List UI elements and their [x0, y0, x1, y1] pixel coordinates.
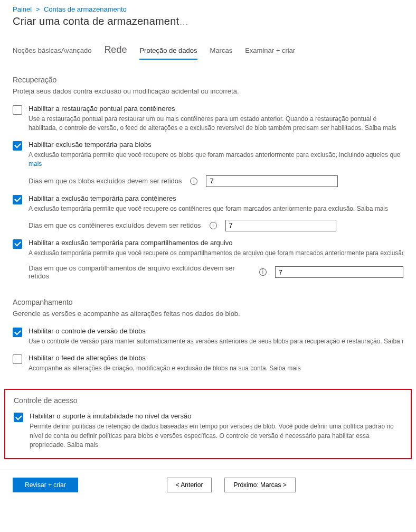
blob-days-input[interactable] — [206, 175, 338, 187]
fileshare-days-input[interactable] — [275, 266, 403, 278]
option-soft-delete-container: Habilitar a exclusão temporária para con… — [13, 194, 403, 231]
option-soft-delete-fileshare-hint: A exclusão temporária permite que você r… — [29, 249, 403, 258]
option-immutability-hint: Permite definir políticas de retenção de… — [30, 422, 402, 450]
page-title-text: Criar uma conta de armazenament — [13, 15, 179, 27]
container-days-label: Dias em que os contêineres excluídos dev… — [29, 221, 201, 229]
access-control-highlight-box: Controle de acesso Habilitar o suporte à… — [4, 389, 412, 459]
tab-tags[interactable]: Marcas — [210, 46, 233, 59]
option-pitr: Habilitar a restauração pontual para con… — [13, 105, 403, 133]
option-soft-delete-fileshare-label: Habilitar a exclusão temporária para com… — [29, 239, 403, 247]
learn-more-link[interactable]: mais — [29, 160, 42, 167]
tab-data-protection[interactable]: Proteção de dados — [139, 46, 197, 60]
checkbox-changefeed[interactable] — [13, 354, 22, 364]
option-pitr-hint: Use a restauração pontual para restaurar… — [29, 115, 403, 133]
content-pane: Recuperação Proteja seus dados contra ex… — [0, 60, 416, 381]
tab-basics[interactable]: Noções básicas — [13, 46, 61, 59]
tabs: Noções básicas Avançado Rede Proteção de… — [0, 34, 416, 60]
previous-button[interactable]: < Anterior — [167, 478, 212, 492]
option-soft-delete-blob: Habilitar exclusão temporária para blobs… — [13, 141, 403, 187]
section-heading-recovery: Recuperação — [13, 76, 403, 84]
option-pitr-label: Habilitar a restauração pontual para con… — [29, 105, 403, 113]
section-heading-access: Controle de acesso — [14, 396, 402, 405]
tab-advanced[interactable]: Avançado — [61, 46, 92, 59]
option-changefeed: Habilitar o feed de alterações de blobs … — [13, 354, 403, 373]
tab-review-create[interactable]: Examinar + criar — [245, 46, 295, 59]
option-versioning: Habilitar o controle de versão de blobs … — [13, 327, 403, 346]
checkbox-soft-delete-container[interactable] — [13, 195, 22, 204]
option-versioning-hint: Use o controle de versão para manter aut… — [29, 337, 403, 346]
checkbox-soft-delete-blob[interactable] — [13, 141, 22, 151]
checkbox-pitr[interactable] — [13, 105, 22, 115]
next-button[interactable]: Próximo: Marcas > — [224, 478, 295, 492]
title-ellipsis-icon: … — [179, 16, 190, 27]
footer-bar: Revisar + criar < Anterior Próximo: Marc… — [0, 470, 416, 500]
info-icon[interactable]: i — [210, 222, 217, 229]
section-desc-recovery: Proteja seus dados contra exclusão ou mo… — [13, 87, 403, 95]
breadcrumb-link[interactable]: Contas de armazenamento — [44, 5, 127, 13]
option-immutability: Habilitar o suporte à imutabilidade no n… — [14, 412, 402, 450]
blob-days-label: Dias em que os blobs excluídos devem ser… — [29, 177, 182, 185]
info-icon[interactable]: i — [259, 268, 267, 276]
checkbox-soft-delete-fileshare[interactable] — [13, 239, 22, 249]
checkbox-versioning[interactable] — [13, 328, 22, 337]
option-versioning-label: Habilitar o controle de versão de blobs — [29, 327, 403, 335]
info-icon[interactable]: i — [190, 178, 197, 185]
review-create-button[interactable]: Revisar + criar — [13, 478, 78, 492]
section-desc-tracking: Gerencie as versões e acompanhe as alter… — [13, 310, 403, 318]
option-soft-delete-container-hint: A exclusão temporária permite que você r… — [29, 204, 403, 213]
breadcrumb-sep: > — [36, 5, 40, 13]
option-soft-delete-fileshare: Habilitar a exclusão temporária para com… — [13, 239, 403, 280]
option-soft-delete-container-label: Habilitar a exclusão temporária para con… — [29, 194, 403, 202]
breadcrumb: Painel > Contas de armazenamento — [0, 0, 416, 15]
tab-network[interactable]: Rede — [104, 44, 127, 60]
option-immutability-label: Habilitar o suporte à imutabilidade no n… — [30, 412, 402, 420]
option-changefeed-label: Habilitar o feed de alterações de blobs — [29, 354, 403, 362]
option-changefeed-hint: Acompanhe as alterações de criação, modi… — [29, 364, 403, 373]
container-days-input[interactable] — [225, 220, 336, 231]
breadcrumb-root[interactable]: Painel — [13, 5, 32, 13]
option-soft-delete-blob-label: Habilitar exclusão temporária para blobs — [29, 141, 403, 148]
checkbox-immutability[interactable] — [14, 413, 23, 422]
section-heading-tracking: Acompanhamento — [13, 298, 403, 306]
fileshare-days-label: Dias em que os compartilhamentos de arqu… — [29, 264, 251, 280]
option-soft-delete-blob-hint: A exclusão temporária permite que você r… — [29, 151, 403, 160]
page-title: Criar uma conta de armazenament… — [0, 15, 416, 34]
